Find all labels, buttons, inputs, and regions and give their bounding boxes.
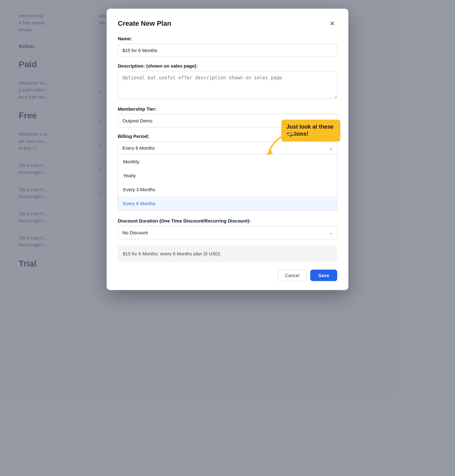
save-label: Save (318, 273, 329, 278)
membership-tier-label: Membership Tier: (118, 106, 337, 112)
description-field-group: Description: (shown on sales page): (118, 63, 337, 100)
billing-period-group: Billing Period: Just look at these optio… (118, 134, 337, 212)
billing-period-selected-display[interactable]: Every 6 Months (118, 141, 337, 155)
description-label: Description: (shown on sales page): (118, 63, 337, 68)
annotation-arrow-icon (263, 132, 300, 157)
billing-period-select-wrapper: Every 6 Months ⌄ (118, 141, 337, 155)
summary-text: $15 for 6 Months: every 6 Months plan (0… (123, 251, 220, 256)
name-field-group: Name: (118, 36, 337, 57)
billing-period-dropdown: Monthly Yearly Every 3 Months Every 6 Mo… (118, 155, 337, 211)
billing-period-container: Just look at these options! Every 6 Mont… (118, 141, 337, 211)
name-label: Name: (118, 36, 337, 41)
cancel-button[interactable]: Cancel (278, 269, 307, 281)
plan-summary-box: $15 for 6 Months: every 6 Months plan (0… (118, 245, 337, 262)
cancel-label: Cancel (285, 273, 299, 278)
description-textarea[interactable] (118, 71, 337, 99)
modal-close-button[interactable]: ✕ (327, 19, 337, 29)
save-button[interactable]: Save (310, 270, 337, 281)
discount-field-group: Discount Duration (One Time Discount/Rec… (118, 218, 337, 239)
discount-label: Discount Duration (One Time Discount/Rec… (118, 218, 337, 223)
annotation-container: Just look at these options! (281, 120, 340, 142)
billing-option-yearly[interactable]: Yearly (118, 169, 337, 183)
modal-title: Create New Plan (118, 20, 171, 28)
billing-option-every-3-months[interactable]: Every 3 Months (118, 183, 337, 196)
modal-footer: Cancel Save (118, 269, 337, 281)
discount-select-wrapper: No Discount ⌄ (118, 226, 337, 239)
create-plan-modal: Create New Plan ✕ Name: Description: (sh… (107, 9, 348, 290)
billing-option-monthly[interactable]: Monthly (118, 155, 337, 169)
close-icon: ✕ (330, 20, 335, 27)
billing-option-every-6-months[interactable]: Every 6 Months (118, 196, 337, 210)
discount-select[interactable]: No Discount (118, 226, 337, 239)
name-input[interactable] (118, 44, 337, 57)
modal-header: Create New Plan ✕ (118, 19, 337, 29)
billing-period-value: Every 6 Months (122, 145, 155, 151)
